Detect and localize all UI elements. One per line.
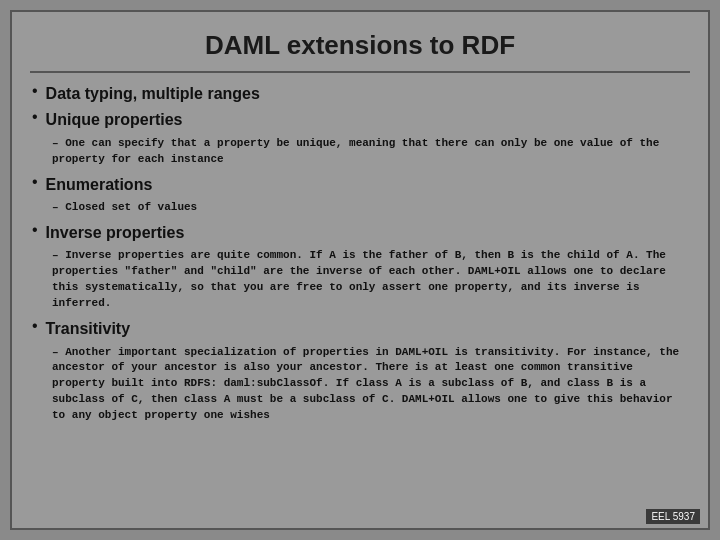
bullet-4-label: Inverse properties — [46, 222, 185, 244]
bullet-4: • Inverse properties — [30, 222, 690, 244]
bullet-2-label: Unique properties — [46, 109, 183, 131]
slide-title: DAML extensions to RDF — [30, 22, 690, 73]
bullet-4-sub-1: Inverse properties are quite common. If … — [52, 248, 690, 312]
bullet-4-symbol: • — [30, 220, 40, 242]
bullet-2-sub-1: One can specify that a property be uniqu… — [52, 136, 690, 168]
bullet-2: • Unique properties — [30, 109, 690, 131]
bullet-2-symbol: • — [30, 107, 40, 129]
bullet-1-symbol: • — [30, 81, 40, 103]
bullet-3-label: Enumerations — [46, 174, 153, 196]
bullet-3-symbol: • — [30, 172, 40, 194]
slide: DAML extensions to RDF • Data typing, mu… — [10, 10, 710, 530]
bullet-5: • Transitivity — [30, 318, 690, 340]
bullet-5-symbol: • — [30, 316, 40, 338]
bullet-5-sub-1: Another important specialization of prop… — [52, 345, 690, 425]
bullet-3: • Enumerations — [30, 174, 690, 196]
bullet-5-label: Transitivity — [46, 318, 130, 340]
slide-footer: EEL 5937 — [646, 509, 700, 524]
bullet-1: • Data typing, multiple ranges — [30, 83, 690, 105]
slide-content: • Data typing, multiple ranges • Unique … — [30, 83, 690, 424]
bullet-1-label: Data typing, multiple ranges — [46, 83, 260, 105]
bullet-3-sub-1: Closed set of values — [52, 200, 690, 216]
